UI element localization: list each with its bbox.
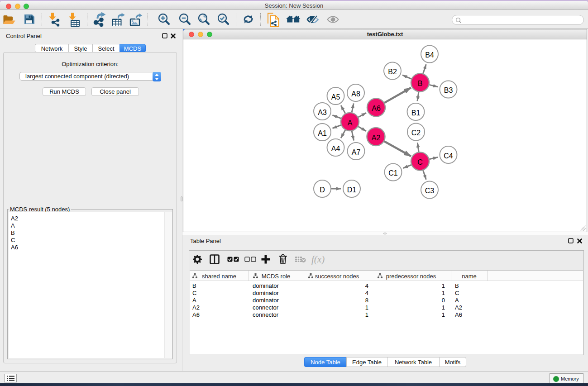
svg-text:C1: C1 [388, 169, 398, 177]
svg-text:B2: B2 [388, 68, 397, 76]
svg-text:C4: C4 [444, 152, 453, 160]
svg-text:A1: A1 [318, 129, 327, 137]
svg-text:D: D [320, 186, 325, 194]
svg-text:B3: B3 [444, 86, 453, 94]
svg-text:D1: D1 [347, 186, 356, 194]
svg-text:C: C [417, 158, 423, 166]
svg-text:B1: B1 [411, 109, 420, 117]
svg-text:A8: A8 [351, 90, 360, 98]
svg-text:A5: A5 [331, 93, 340, 101]
svg-text:B: B [417, 80, 422, 87]
svg-text:C3: C3 [425, 187, 434, 195]
svg-text:A2: A2 [371, 134, 380, 142]
svg-text:B4: B4 [425, 51, 434, 59]
svg-text:C2: C2 [411, 129, 421, 137]
svg-text:A4: A4 [331, 145, 340, 152]
svg-text:A3: A3 [318, 109, 327, 116]
svg-text:A: A [347, 119, 352, 127]
svg-text:A6: A6 [372, 105, 381, 112]
svg-text:A7: A7 [351, 148, 360, 156]
